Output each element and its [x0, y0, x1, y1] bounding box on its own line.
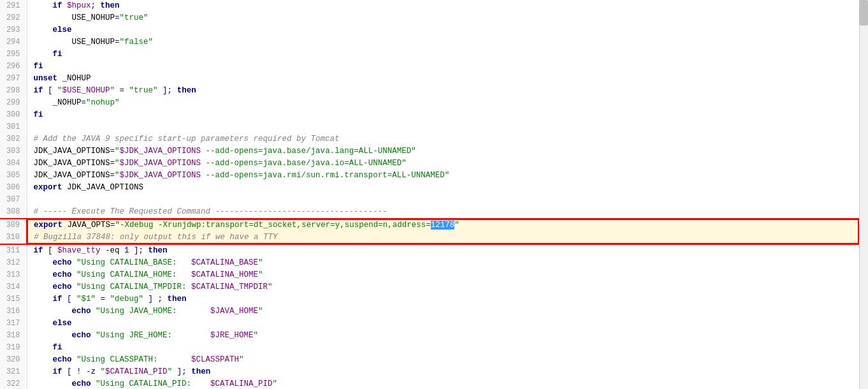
line-number: 299: [0, 97, 27, 109]
code-content: echo "Using CLASSPATH: $CLASSPATH": [27, 354, 867, 366]
line-number: 320: [0, 354, 27, 366]
line-number: 296: [0, 61, 27, 73]
table-row: 313 echo "Using CATALINA_HOME: $CATALINA…: [0, 269, 867, 281]
line-number: 304: [0, 158, 27, 170]
code-content: [27, 121, 867, 133]
code-content: JDK_JAVA_OPTIONS="$JDK_JAVA_OPTIONS --ad…: [27, 170, 867, 182]
line-number: 309: [0, 219, 27, 231]
line-number: 301: [0, 121, 27, 133]
code-table: 291 if $hpux; then292 USE_NOHUP="true"29…: [0, 0, 868, 389]
code-content: echo "Using JRE_HOME: $JRE_HOME": [27, 330, 867, 342]
code-content: if [ "$1" = "debug" ] ; then: [27, 293, 867, 305]
table-row: 320 echo "Using CLASSPATH: $CLASSPATH": [0, 354, 867, 366]
code-content: if [ "$USE_NOHUP" = "true" ]; then: [27, 85, 867, 97]
code-content: unset _NOHUP: [27, 73, 867, 85]
code-content: echo "Using CATALINA_TMPDIR: $CATALINA_T…: [27, 281, 867, 293]
code-editor: 291 if $hpux; then292 USE_NOHUP="true"29…: [0, 0, 868, 389]
table-row: 308# ----- Execute The Requested Command…: [0, 206, 867, 219]
line-number: 321: [0, 366, 27, 378]
table-row: 298if [ "$USE_NOHUP" = "true" ]; then: [0, 85, 867, 97]
code-content: USE_NOHUP="true": [27, 12, 867, 24]
line-number: 302: [0, 133, 27, 145]
scrollbar-y[interactable]: [859, 0, 868, 389]
table-row: 311if [ $have_tty -eq 1 ]; then: [0, 244, 867, 257]
code-content: JDK_JAVA_OPTIONS="$JDK_JAVA_OPTIONS --ad…: [27, 145, 867, 158]
line-number: 307: [0, 194, 27, 206]
code-content: if $hpux; then: [27, 0, 867, 12]
code-content: fi: [27, 48, 867, 61]
line-number: 295: [0, 48, 27, 61]
line-number: 312: [0, 257, 27, 269]
table-row: 318 echo "Using JRE_HOME: $JRE_HOME": [0, 330, 867, 342]
code-content: fi: [27, 109, 867, 121]
code-content: JDK_JAVA_OPTIONS="$JDK_JAVA_OPTIONS --ad…: [27, 158, 867, 170]
line-number: 292: [0, 12, 27, 24]
line-number: 305: [0, 170, 27, 182]
code-content: export JAVA_OPTS="-Xdebug -Xrunjdwp:tran…: [27, 219, 867, 231]
code-content: else: [27, 318, 867, 330]
table-row: 300fi: [0, 109, 867, 121]
table-row: 307: [0, 194, 867, 206]
table-row: 291 if $hpux; then: [0, 0, 867, 12]
table-row: 322 echo "Using CATALINA_PID: $CATALINA_…: [0, 378, 867, 389]
code-content: fi: [27, 61, 867, 73]
table-row: 321 if [ ! -z "$CATALINA_PID" ]; then: [0, 366, 867, 378]
table-row: 317 else: [0, 318, 867, 330]
table-row: 296fi: [0, 61, 867, 73]
table-row: 310# Bugzilla 37848: only output this if…: [0, 231, 867, 244]
code-content: echo "Using JAVA_HOME: $JAVA_HOME": [27, 305, 867, 318]
line-number: 319: [0, 342, 27, 354]
table-row: 309export JAVA_OPTS="-Xdebug -Xrunjdwp:t…: [0, 219, 867, 231]
line-number: 306: [0, 182, 27, 194]
code-content: # Bugzilla 37848: only output this if we…: [27, 231, 867, 244]
table-row: 314 echo "Using CATALINA_TMPDIR: $CATALI…: [0, 281, 867, 293]
table-row: 294 USE_NOHUP="false": [0, 36, 867, 48]
table-row: 297unset _NOHUP: [0, 73, 867, 85]
table-row: 295 fi: [0, 48, 867, 61]
code-content: # ----- Execute The Requested Command --…: [27, 206, 867, 219]
table-row: 306export JDK_JAVA_OPTIONS: [0, 182, 867, 194]
line-number: 298: [0, 85, 27, 97]
table-row: 292 USE_NOHUP="true": [0, 12, 867, 24]
line-number: 315: [0, 293, 27, 305]
line-number: 291: [0, 0, 27, 12]
table-row: 315 if [ "$1" = "debug" ] ; then: [0, 293, 867, 305]
line-number: 310: [0, 231, 27, 244]
line-number: 316: [0, 305, 27, 318]
line-number: 317: [0, 318, 27, 330]
table-row: 293 else: [0, 24, 867, 36]
line-number: 300: [0, 109, 27, 121]
table-row: 301: [0, 121, 867, 133]
code-content: if [ $have_tty -eq 1 ]; then: [27, 244, 867, 257]
line-number: 311: [0, 244, 27, 257]
code-content: USE_NOHUP="false": [27, 36, 867, 48]
code-content: echo "Using CATALINA_BASE: $CATALINA_BAS…: [27, 257, 867, 269]
table-row: 302# Add the JAVA 9 specific start-up pa…: [0, 133, 867, 145]
line-number: 314: [0, 281, 27, 293]
scrollbar-thumb[interactable]: [859, 0, 868, 26]
table-row: 319 fi: [0, 342, 867, 354]
line-number: 294: [0, 36, 27, 48]
table-row: 316 echo "Using JAVA_HOME: $JAVA_HOME": [0, 305, 867, 318]
line-number: 322: [0, 378, 27, 389]
code-content: [27, 194, 867, 206]
line-number: 318: [0, 330, 27, 342]
code-content: else: [27, 24, 867, 36]
code-content: echo "Using CATALINA_HOME: $CATALINA_HOM…: [27, 269, 867, 281]
code-content: echo "Using CATALINA_PID: $CATALINA_PID": [27, 378, 867, 389]
code-content: _NOHUP="nohup": [27, 97, 867, 109]
code-content: if [ ! -z "$CATALINA_PID" ]; then: [27, 366, 867, 378]
table-row: 304JDK_JAVA_OPTIONS="$JDK_JAVA_OPTIONS -…: [0, 158, 867, 170]
code-content: fi: [27, 342, 867, 354]
line-number: 293: [0, 24, 27, 36]
table-row: 305JDK_JAVA_OPTIONS="$JDK_JAVA_OPTIONS -…: [0, 170, 867, 182]
table-row: 303JDK_JAVA_OPTIONS="$JDK_JAVA_OPTIONS -…: [0, 145, 867, 158]
code-content: export JDK_JAVA_OPTIONS: [27, 182, 867, 194]
line-number: 308: [0, 206, 27, 219]
table-row: 299 _NOHUP="nohup": [0, 97, 867, 109]
table-row: 312 echo "Using CATALINA_BASE: $CATALINA…: [0, 257, 867, 269]
line-number: 297: [0, 73, 27, 85]
code-content: # Add the JAVA 9 specific start-up param…: [27, 133, 867, 145]
line-number: 303: [0, 145, 27, 158]
line-number: 313: [0, 269, 27, 281]
